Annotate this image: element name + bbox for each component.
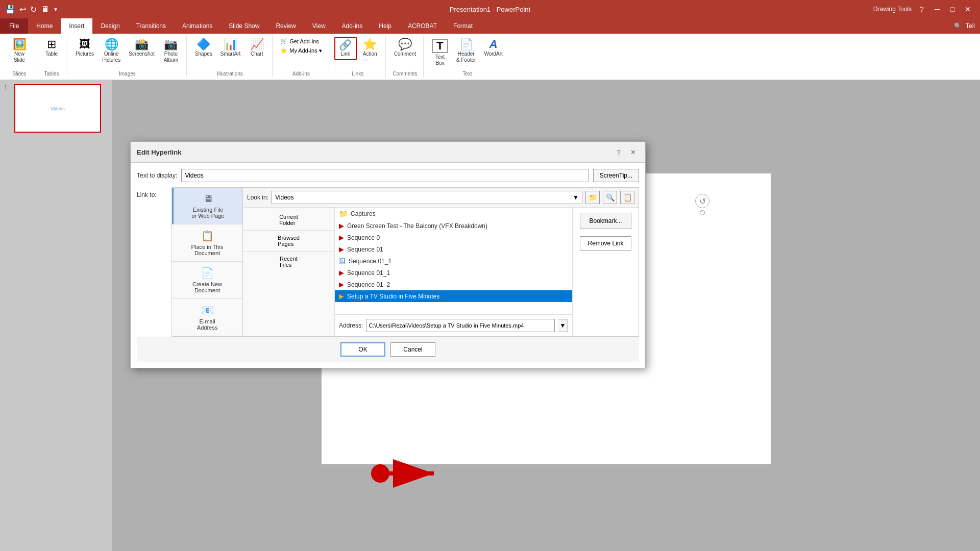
smartart-btn[interactable]: 📊 SmartArt <box>217 37 243 59</box>
comment-icon: 💬 <box>398 39 412 50</box>
chart-btn[interactable]: 📈 Chart <box>246 37 268 59</box>
tab-help[interactable]: Help <box>371 18 400 34</box>
help-icon[interactable]: ? <box>915 2 929 16</box>
redo-icon[interactable]: ↻ <box>30 5 37 14</box>
table-btn[interactable]: ⊞ Table <box>40 37 63 59</box>
file-item-setup-tv[interactable]: ▶ Setup a TV Studio in Five Minutes <box>335 290 572 302</box>
file-item-seq01_2[interactable]: ▶ Sequence 01_2 <box>335 279 572 290</box>
bookmark-btn[interactable]: Bookmark... <box>580 213 631 229</box>
link-btn[interactable]: 🔗 Link <box>334 37 357 60</box>
file-item-seq01[interactable]: ▶ Sequence 01 <box>335 243 572 255</box>
browsed-pages-label: BrowsedPages <box>278 235 300 247</box>
recent-files-shortcut[interactable]: RecentFiles <box>243 252 334 272</box>
lookin-select[interactable]: Videos ▼ <box>272 191 582 204</box>
smartart-label: SmartArt <box>220 51 240 57</box>
file-item-seq0[interactable]: ▶ Sequence 0 <box>335 232 572 243</box>
video-icon: ▶ <box>339 245 344 253</box>
email-label: E-mailAddress <box>197 318 217 331</box>
dialog-close-btn[interactable]: ✕ <box>627 146 639 158</box>
slides-group-label: Slides <box>12 70 26 77</box>
shapes-btn[interactable]: 🔷 Shapes <box>192 37 215 59</box>
tab-transitions[interactable]: Transitions <box>128 18 174 34</box>
tab-insert[interactable]: Insert <box>61 18 92 34</box>
sidebar-place-in-doc[interactable]: 📋 Place in ThisDocument <box>172 224 242 262</box>
video-orange-icon: ▶ <box>339 292 344 300</box>
remove-link-btn[interactable]: Remove Link <box>580 236 631 251</box>
ribbon: File Home Insert Design Transitions Anim… <box>0 18 980 80</box>
addins-group-label: Add-ins <box>292 70 310 77</box>
window-controls: ? ─ □ ✕ <box>915 2 975 16</box>
wordart-btn[interactable]: A WordArt <box>481 37 506 59</box>
group-tables: ⊞ Table Tables <box>36 36 67 78</box>
file-item-green-screen[interactable]: ▶ Green Screen Test - The Balcony (VFX B… <box>335 220 572 232</box>
lookin-value: Videos <box>275 194 293 201</box>
cancel-btn[interactable]: Cancel <box>390 342 435 357</box>
text-group-label: Text <box>462 70 472 77</box>
search-icon[interactable]: 🔍 <box>954 22 962 30</box>
textbox-btn[interactable]: T Text Box <box>429 37 451 68</box>
tab-file[interactable]: File <box>0 18 28 34</box>
tab-acrobat[interactable]: ACROBAT <box>400 18 445 34</box>
screen-icon[interactable]: 🖥 <box>41 5 49 14</box>
screenshot-btn[interactable]: 📸 Screenshot <box>126 37 158 59</box>
title-bar-left: 💾 ↩ ↻ 🖥 ▼ <box>5 5 58 14</box>
sidebar-existing-file[interactable]: 🖥 Existing Fileor Web Page <box>172 188 242 224</box>
file-item-captures[interactable]: 📁 Captures <box>335 208 572 220</box>
tab-home[interactable]: Home <box>28 18 61 34</box>
browsed-pages-shortcut[interactable]: BrowsedPages <box>243 231 334 252</box>
dialog-footer: OK Cancel <box>137 337 639 362</box>
new-slide-btn[interactable]: 🖼️ New Slide <box>8 37 31 65</box>
ok-btn[interactable]: OK <box>340 342 385 357</box>
customize-icon[interactable]: ▼ <box>53 7 58 12</box>
tab-view[interactable]: View <box>304 18 334 34</box>
file-name: Sequence 01 <box>347 246 383 253</box>
new-folder-btn[interactable]: 📋 <box>620 191 634 204</box>
minimize-btn[interactable]: ─ <box>930 2 944 16</box>
comment-label: Comment <box>394 51 416 57</box>
tell-me-label[interactable]: Tell <box>966 22 975 30</box>
maximize-btn[interactable]: □ <box>945 2 960 16</box>
dialog-help-btn[interactable]: ? <box>612 146 625 158</box>
shapes-icon: 🔷 <box>197 39 210 50</box>
address-input[interactable]: C:\Users\Rezai\Videos\Setup a TV Studio … <box>366 319 555 332</box>
undo-icon[interactable]: ↩ <box>19 5 26 14</box>
textbox-icon: T <box>432 39 448 53</box>
close-btn[interactable]: ✕ <box>961 2 975 16</box>
action-btn[interactable]: ⭐ Action <box>359 37 381 59</box>
my-addins-btn[interactable]: ⭐ My Add-ins ▾ <box>278 46 324 55</box>
pictures-icon: 🖼 <box>79 39 90 50</box>
tab-slideshow[interactable]: Slide Show <box>220 18 267 34</box>
screenshot-label: Screenshot <box>129 51 155 57</box>
get-addins-btn[interactable]: 🛒 Get Add-ins <box>278 37 324 45</box>
browse-btn[interactable]: 🔍 <box>603 191 617 204</box>
photo-album-btn[interactable]: 📷 Photo Album <box>160 37 182 65</box>
sidebar-email[interactable]: 📧 E-mailAddress <box>172 299 242 336</box>
slide-thumbnail[interactable]: Videos <box>14 84 101 133</box>
tab-animations[interactable]: Animations <box>174 18 220 34</box>
current-folder-shortcut[interactable]: CurrentFolder <box>243 210 334 231</box>
text-display-input[interactable] <box>181 169 589 182</box>
file-item-seq01_1b[interactable]: ▶ Sequence 01_1 <box>335 267 572 279</box>
pictures-btn[interactable]: 🖼 Pictures <box>72 37 97 59</box>
comment-btn[interactable]: 💬 Comment <box>391 37 419 59</box>
wordart-icon: A <box>489 39 498 50</box>
tab-design[interactable]: Design <box>92 18 128 34</box>
group-text: T Text Box 📄 Header & Footer A WordArt T… <box>425 36 510 78</box>
file-list: 📁 Captures ▶ Green Screen Test - The Bal… <box>335 208 572 314</box>
tab-addins[interactable]: Add-ins <box>334 18 371 34</box>
file-item-seq01_1a[interactable]: 🖼 Sequence 01_1 <box>335 255 572 267</box>
save-icon[interactable]: 💾 <box>5 5 15 14</box>
text-display-row: Text to display: ScreenTip... <box>137 169 639 182</box>
address-label: Address: <box>339 322 363 329</box>
tab-review[interactable]: Review <box>267 18 304 34</box>
address-dropdown[interactable]: ▼ <box>558 319 568 332</box>
header-footer-btn[interactable]: 📄 Header & Footer <box>453 37 479 65</box>
online-pictures-btn[interactable]: 🌐 Online Pictures <box>99 37 124 65</box>
group-comments: 💬 Comment Comments <box>387 36 424 78</box>
folder-up-btn[interactable]: 📁 <box>585 191 600 204</box>
get-addins-icon: 🛒 <box>280 38 287 44</box>
tab-format[interactable]: Format <box>445 18 481 34</box>
screentip-btn[interactable]: ScreenTip... <box>593 169 639 182</box>
image-icon: 🖼 <box>339 257 346 265</box>
sidebar-create-new[interactable]: 📄 Create NewDocument <box>172 262 242 299</box>
